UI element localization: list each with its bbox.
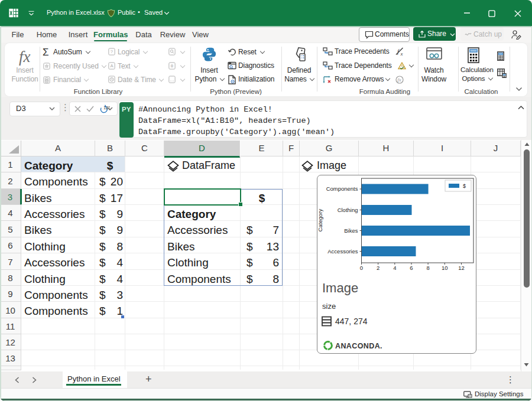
svg-text:$: $ [463,183,466,189]
svg-text:8: 8 [426,265,429,271]
svg-text:4: 4 [393,265,396,271]
svg-text:Category: Category [317,208,323,232]
svg-text:Components: Components [326,185,358,192]
svg-text:A: A [110,64,113,69]
svg-text:12: 12 [458,265,465,271]
svg-text:2: 2 [377,265,379,271]
svg-text:?: ? [111,50,113,55]
svg-text:0: 0 [360,265,363,271]
svg-text:Accessories: Accessories [327,248,358,255]
svg-text:Bikes: Bikes [344,227,358,234]
svg-text:f: f [397,48,400,55]
svg-text:10: 10 [442,265,448,271]
svg-text:6: 6 [410,265,413,271]
svg-text:x: x [400,51,403,56]
svg-text:θ: θ [171,64,173,69]
svg-text:Clothing: Clothing [338,207,358,213]
svg-text:fx: fx [397,77,401,83]
